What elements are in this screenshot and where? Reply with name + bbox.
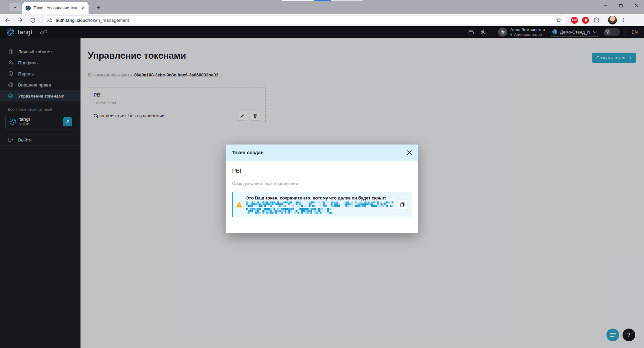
token-warning-text: Это Ваш токен, сохраните его, потому что… (246, 195, 393, 200)
window-minimize-button[interactable] (598, 0, 613, 11)
screen: Tangl - Управление токенами ✕ + (0, 0, 644, 348)
extensions-puzzle-icon[interactable] (593, 17, 600, 23)
copy-token-button[interactable] (397, 199, 408, 210)
window-close-button[interactable] (629, 0, 644, 11)
tangl-favicon (25, 5, 31, 11)
window-restore-button[interactable] (613, 0, 629, 11)
token-created-modal: Токен создан PBI Срок действия: без огра… (226, 144, 418, 233)
bookmark-star-icon[interactable] (556, 17, 562, 23)
forward-button[interactable] (15, 15, 25, 25)
new-tab-button[interactable]: + (94, 3, 103, 12)
modal-close-button[interactable] (407, 150, 412, 156)
site-settings-icon (47, 17, 52, 23)
hand-icon (584, 18, 588, 22)
extensions-row: ABP (571, 16, 626, 24)
tab-search-button[interactable] (9, 3, 21, 11)
redacted-token-line-1 (246, 201, 393, 207)
copy-icon (400, 202, 405, 207)
reload-button[interactable] (28, 15, 38, 25)
browser-tab[interactable]: Tangl - Управление токенами ✕ (22, 2, 89, 14)
background-window-edge-blue (314, 0, 331, 1)
address-bar[interactable]: auth.tangl.cloud/token_management (42, 15, 566, 25)
url-text: auth.tangl.cloud/token_management (56, 18, 129, 23)
tab-close-icon[interactable]: ✕ (80, 6, 85, 11)
app-viewport: tangl (0, 26, 644, 348)
modal-header: Токен создан (226, 144, 418, 161)
tab-title: Tangl - Управление токенами (34, 6, 77, 10)
back-arrow-icon (4, 17, 11, 23)
modal-body: PBI Срок действия: без ограничений Это В… (226, 161, 418, 217)
modal-token-name: PBI (232, 168, 253, 176)
browser-profile-avatar[interactable] (608, 16, 617, 24)
window-controls (598, 0, 644, 11)
reload-icon (30, 17, 36, 23)
token-reveal-block: Это Ваш токен, сохраните его, потому что… (246, 195, 393, 214)
abp-extension-icon[interactable]: ABP (571, 17, 578, 24)
close-icon (634, 3, 638, 7)
adblock-extension-icon[interactable] (582, 17, 589, 24)
modal-token-expiry: Срок действия: без ограничений (232, 181, 412, 186)
browser-tab-strip: Tangl - Управление токенами ✕ + (0, 0, 644, 14)
browser-menu-kebab-icon[interactable] (621, 17, 626, 23)
modal-title: Токен создан (232, 150, 264, 155)
redacted-token-line-2 (246, 208, 333, 214)
background-window-edge-gray (331, 0, 363, 1)
warning-triangle-icon (236, 201, 242, 208)
restore-icon (619, 3, 623, 8)
back-button[interactable] (2, 15, 13, 25)
chevron-down-icon (13, 6, 17, 9)
token-warning-box: Это Ваш токен, сохраните его, потому что… (232, 192, 412, 217)
forward-arrow-icon (17, 17, 23, 23)
browser-toolbar: auth.tangl.cloud/token_management ABP (0, 14, 644, 26)
minimize-icon (603, 3, 607, 7)
background-window-edge (282, 0, 314, 1)
close-icon (407, 150, 412, 156)
toolbar-divider (604, 17, 604, 23)
